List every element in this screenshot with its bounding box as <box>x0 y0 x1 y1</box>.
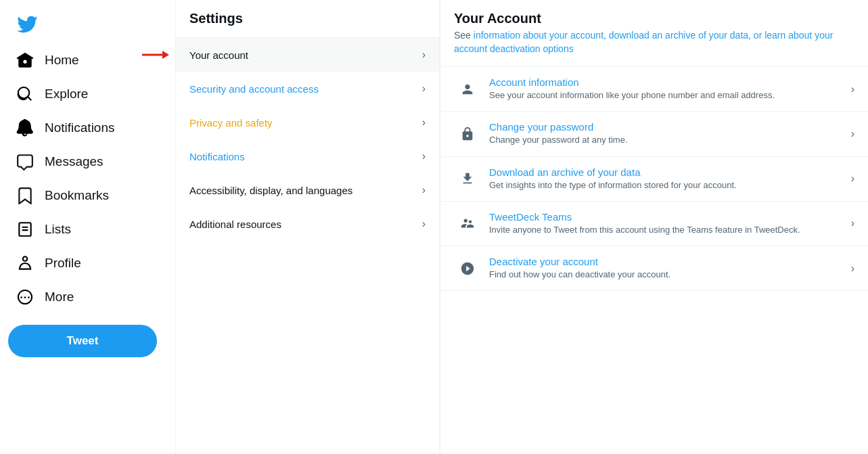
account-item-deactivate-content: Deactivate your account Find out how you… <box>489 256 851 281</box>
account-item-deactivate-desc: Find out how you can deactivate your acc… <box>489 269 851 281</box>
account-item-password-content: Change your password Change your passwor… <box>489 121 851 146</box>
heart-shield-icon <box>454 261 481 276</box>
more-icon <box>16 288 34 306</box>
sidebar-item-lists-label: Lists <box>45 222 71 237</box>
additional-chevron: › <box>422 218 426 230</box>
profile-icon <box>16 254 34 272</box>
svg-marker-1 <box>162 51 169 59</box>
explore-icon <box>16 85 34 103</box>
twitter-logo[interactable] <box>8 5 167 41</box>
account-item-info-content: Account information See your account inf… <box>489 76 851 101</box>
sidebar-item-bookmarks-label: Bookmarks <box>45 188 109 203</box>
account-info-icon <box>454 82 481 97</box>
account-item-download-title: Download an archive of your data <box>489 166 851 178</box>
settings-item-your-account[interactable]: Your account › <box>176 38 439 72</box>
account-item-password-title: Change your password <box>489 121 851 133</box>
account-item-tweetdeck-desc: Invite anyone to Tweet from this account… <box>489 224 851 236</box>
account-info-chevron: › <box>851 83 854 95</box>
lock-icon <box>454 127 481 141</box>
sidebar-item-messages[interactable]: Messages <box>8 145 167 179</box>
arrow-your-account <box>142 48 169 62</box>
sidebar-item-lists[interactable]: Lists <box>8 212 167 246</box>
sidebar-item-profile[interactable]: Profile <box>8 246 167 280</box>
account-item-info[interactable]: Account information See your account inf… <box>440 67 868 112</box>
sidebar: Home Explore Notifications Messages Book… <box>0 0 176 454</box>
download-chevron: › <box>851 173 854 185</box>
settings-item-security-label: Security and account access <box>189 83 319 95</box>
deactivate-chevron: › <box>851 263 854 275</box>
account-item-tweetdeck-content: TweetDeck Teams Invite anyone to Tweet f… <box>489 211 851 236</box>
tweetdeck-chevron: › <box>851 217 854 229</box>
settings-item-notifications-label: Notifications <box>189 151 245 162</box>
sidebar-item-home-label: Home <box>45 53 79 68</box>
account-item-tweetdeck-title: TweetDeck Teams <box>489 211 851 223</box>
settings-item-accessibility[interactable]: Accessibility, display, and languages › <box>176 173 439 207</box>
bookmarks-icon <box>16 187 34 204</box>
lists-icon <box>16 221 34 238</box>
your-account-chevron: › <box>422 49 426 61</box>
main-header: Your Account See information about your … <box>440 0 868 67</box>
account-item-info-desc: See your account information like your p… <box>489 89 851 101</box>
sidebar-item-explore-label: Explore <box>45 87 88 101</box>
settings-panel: Settings Your account › Security and acc… <box>176 0 440 454</box>
account-item-password-desc: Change your password at any time. <box>489 134 851 146</box>
password-chevron: › <box>851 128 854 140</box>
sidebar-item-profile-label: Profile <box>45 256 81 271</box>
tweet-button[interactable]: Tweet <box>8 325 157 357</box>
sidebar-item-messages-label: Messages <box>45 154 104 169</box>
accessibility-chevron: › <box>422 184 426 196</box>
people-icon <box>454 216 481 231</box>
account-item-download[interactable]: Download an archive of your data Get ins… <box>440 157 868 202</box>
settings-item-additional[interactable]: Additional resources › <box>176 207 439 241</box>
account-item-download-desc: Get insights into the type of informatio… <box>489 179 851 191</box>
settings-item-privacy-label: Privacy and safety <box>189 117 273 129</box>
settings-item-notifications[interactable]: Notifications › <box>176 139 439 173</box>
settings-item-accessibility-label: Accessibility, display, and languages <box>189 185 352 196</box>
account-item-password[interactable]: Change your password Change your passwor… <box>440 112 868 156</box>
privacy-chevron: › <box>422 116 426 129</box>
account-item-info-title: Account information <box>489 76 851 88</box>
security-chevron: › <box>422 83 426 95</box>
main-panel: Your Account See information about your … <box>440 0 868 454</box>
account-item-deactivate[interactable]: Deactivate your account Find out how you… <box>440 246 868 291</box>
messages-icon <box>16 153 34 171</box>
notifications-chevron: › <box>422 150 426 162</box>
download-icon <box>454 171 481 186</box>
settings-item-your-account-label: Your account <box>189 49 248 61</box>
sidebar-item-explore[interactable]: Explore <box>8 77 167 111</box>
main-header-desc: See information about your account, down… <box>454 29 854 55</box>
account-item-tweetdeck[interactable]: TweetDeck Teams Invite anyone to Tweet f… <box>440 202 868 246</box>
settings-item-security[interactable]: Security and account access › <box>176 72 439 106</box>
sidebar-item-more-label: More <box>45 290 74 304</box>
settings-item-privacy[interactable]: Privacy and safety › <box>176 106 439 139</box>
notifications-icon <box>16 119 34 137</box>
settings-item-additional-label: Additional resources <box>189 219 281 230</box>
sidebar-item-bookmarks[interactable]: Bookmarks <box>8 179 167 212</box>
account-item-deactivate-title: Deactivate your account <box>489 256 851 267</box>
sidebar-item-notifications[interactable]: Notifications <box>8 111 167 145</box>
sidebar-item-more[interactable]: More <box>8 280 167 314</box>
sidebar-item-notifications-label: Notifications <box>45 120 115 135</box>
main-header-link[interactable]: information about your account, download… <box>454 30 833 54</box>
account-item-download-content: Download an archive of your data Get ins… <box>489 166 851 191</box>
settings-title: Settings <box>176 0 439 38</box>
main-header-title: Your Account <box>454 11 854 26</box>
home-icon <box>16 51 34 69</box>
